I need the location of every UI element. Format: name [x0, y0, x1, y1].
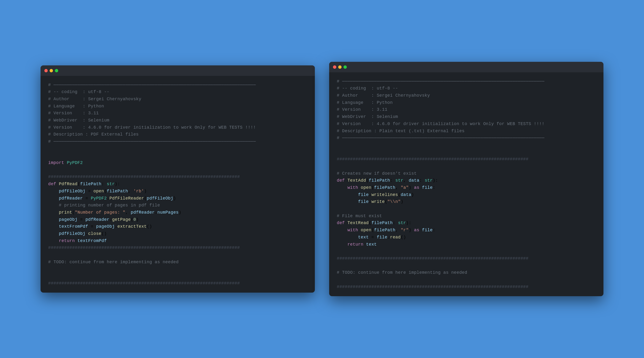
code-line: # Author : Sergei Chernyahovsky: [48, 96, 307, 103]
code-line: pdfReader = PyPDF2.PdfFileReader(pdfFile…: [48, 195, 307, 202]
code-line: # Description : PDF External files: [48, 131, 307, 138]
code-line: [337, 248, 596, 255]
code-line: [48, 167, 307, 174]
code-line: # ──────────────────────────────────────…: [48, 82, 307, 89]
code-line: def PdfRead(filePath: str):: [48, 181, 307, 188]
code-line: def TextAdd(filePath: str, data: str):: [337, 177, 596, 184]
code-line: # -- coding : utf-8 --: [48, 89, 307, 96]
titlebar-left: [40, 65, 315, 76]
code-line: # Version : 4.6.0 for driver initializat…: [48, 124, 307, 131]
code-line: ########################################…: [48, 174, 307, 181]
code-line: [337, 262, 596, 269]
window-right: # ──────────────────────────────────────…: [329, 62, 604, 296]
code-line: def TextRead(filePath: str):: [337, 220, 596, 227]
code-line: print("Number of pages: ", pdfReader.num…: [48, 209, 307, 216]
code-line: textFromPdf = pageObj.extractText(): [48, 223, 307, 230]
code-line: # ──────────────────────────────────────…: [337, 135, 596, 142]
code-line: [337, 205, 596, 213]
code-line: # ──────────────────────────────────────…: [48, 138, 307, 145]
code-line: pdfFileObj = open(filePath, 'rb'): [48, 188, 307, 195]
code-editor-right: # ──────────────────────────────────────…: [329, 72, 604, 296]
code-line: import PyPDF2: [48, 159, 307, 167]
maximize-button-left[interactable]: [55, 69, 58, 72]
code-line: return textFromPdf: [48, 237, 307, 245]
code-line: # ──────────────────────────────────────…: [337, 78, 596, 85]
code-line: with open(filePath, "a") as file:: [337, 184, 596, 191]
code-line: ########################################…: [337, 283, 596, 291]
maximize-button-right[interactable]: [344, 65, 347, 69]
code-line: file.writelines(data): [337, 191, 596, 199]
code-line: # WebDriver : Selenium: [48, 117, 307, 124]
code-line: # WebDriver : Selenium: [337, 113, 596, 121]
code-line: # Language : Python: [48, 103, 307, 110]
code-line: ########################################…: [337, 156, 596, 163]
code-line: [337, 142, 596, 149]
code-line: # TODO: continue from here implementing …: [337, 269, 596, 276]
code-line: [48, 273, 307, 280]
code-line: # Author : Sergei Chernyahovsky: [337, 92, 596, 99]
code-line: [48, 145, 307, 153]
code-line: # Version : 3.11: [337, 106, 596, 113]
code-editor-left: # ──────────────────────────────────────…: [40, 76, 315, 293]
window-left: # ──────────────────────────────────────…: [40, 65, 315, 293]
code-line: [48, 252, 307, 259]
code-line: with open(filePath, "r") as file:: [337, 227, 596, 234]
code-line: [337, 276, 596, 283]
code-line: # Description : Plain text (.txt) Extern…: [337, 128, 596, 135]
code-line: [337, 149, 596, 156]
code-line: ########################################…: [337, 255, 596, 262]
code-line: file.write("\\n"): [337, 198, 596, 205]
code-line: ########################################…: [48, 244, 307, 252]
minimize-button-left[interactable]: [50, 69, 53, 72]
close-button-right[interactable]: [333, 65, 336, 69]
code-line: # Version : 4.6.0 for driver initializat…: [337, 121, 596, 128]
code-line: # Language : Python: [337, 99, 596, 106]
code-line: ########################################…: [48, 280, 307, 287]
code-line: # -- coding : utf-8 --: [337, 85, 596, 92]
close-button-left[interactable]: [44, 69, 48, 72]
code-line: [48, 152, 307, 159]
minimize-button-right[interactable]: [338, 65, 342, 69]
code-line: # printing number of pages in pdf file: [48, 202, 307, 209]
code-line: [337, 163, 596, 170]
code-line: # File must exist: [337, 213, 596, 220]
code-line: # TODO: continue from here implementing …: [48, 259, 307, 266]
code-line: # Version : 3.11: [48, 110, 307, 117]
code-line: # Creates new if doesn't exist: [337, 170, 596, 177]
code-line: return text: [337, 241, 596, 248]
titlebar-right: [329, 62, 604, 72]
code-line: [48, 266, 307, 273]
code-line: text = file.read(): [337, 234, 596, 241]
code-line: pdfFileObj.close(): [48, 230, 307, 237]
code-line: pageObj = pdfReader.getPage(0): [48, 216, 307, 223]
